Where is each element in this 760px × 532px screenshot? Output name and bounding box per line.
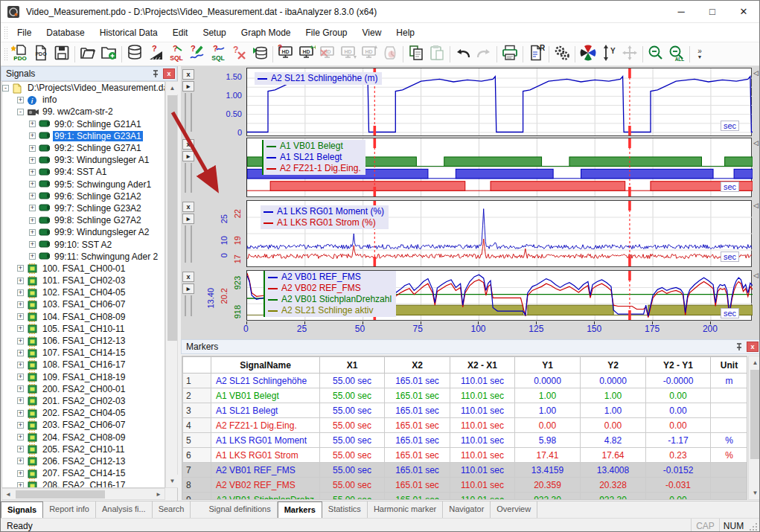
tree-item-label[interactable]: 99:9: Windungsleger A2 [53,227,150,237]
tree-item-204-fsa2-ch08-09[interactable]: +204. FSA2_CH08-09 [2,431,165,443]
tab-statistics[interactable]: Statistics [322,501,368,518]
menu-item-view[interactable]: View [355,25,389,41]
edit-signal-button[interactable]: ? [187,44,208,65]
strip-expand-button[interactable]: ▸ [182,283,194,294]
tree-item-label[interactable]: 99:10: SST A2 [53,240,113,250]
hd-download-button[interactable]: HD [338,44,359,65]
tree-item-206-fsa2-ch12-13[interactable]: +206. FSA2_CH12-13 [2,455,165,467]
marker-row-a1-lks-rg01-strom[interactable]: 6A1 LKS RG01 Strom55.00 sec165.01 sec110… [183,448,748,463]
strip-close-button[interactable]: x [182,272,194,282]
expand-icon[interactable]: + [29,253,36,260]
tab-signal-definitions[interactable]: Signal definitions [202,501,277,518]
minimize-button[interactable]: ─ [665,1,697,22]
tab-overview[interactable]: Overview [491,501,537,518]
expand-icon[interactable]: + [29,181,36,188]
expand-icon[interactable]: + [17,458,24,464]
strip-slider[interactable] [185,93,192,132]
expand-icon[interactable]: + [17,446,24,452]
expand-icon[interactable]: + [29,169,36,176]
column-header-y2[interactable]: Y2 [581,357,646,374]
tree-item-99-4-sst-a1[interactable]: +99:4: SST A1 [2,166,165,178]
tree-item-label[interactable]: 103. FSA1_CH06-07 [41,299,127,310]
tree-item-label[interactable]: 99:3: Windungsleger A1 [53,155,150,165]
tree-item-109-fsa1-ch18-19[interactable]: +109. FSA1_CH18-19 [2,371,165,383]
signal-name[interactable]: A1 LKS RG01 Moment [211,433,320,448]
tree-item-label[interactable]: 99:5: Schwingung Ader1 [53,179,153,190]
sql-query-button[interactable]: ?SQL [166,44,187,65]
tree-item-label[interactable]: 201. FSA2_CH02-03 [41,396,127,406]
print-button[interactable] [499,44,520,65]
tree-item-label[interactable]: 108. FSA1_CH16-17 [41,359,127,370]
strip-slider[interactable] [185,163,192,193]
tree-item-label[interactable]: 101. FSA1_CH02-03 [41,275,127,286]
tab-search[interactable]: Search [153,501,191,518]
signal-name[interactable]: A2 FZ21-1 Dig.Eing. [211,418,320,433]
tree-item-103-fsa1-ch06-07[interactable]: +103. FSA1_CH06-07 [2,298,165,310]
expand-icon[interactable]: + [17,325,24,332]
tab-signals[interactable]: Signals [1,501,43,518]
expand-icon[interactable]: + [29,217,36,224]
tree-item-label[interactable]: 204. FSA2_CH08-09 [41,432,127,443]
tree-item-label[interactable]: D:\Projects\Video_Measurement.da [26,83,165,93]
column-header-unit[interactable]: Unit [711,357,748,374]
expand-icon[interactable]: + [29,157,36,164]
tree-item-label[interactable]: 99:2: Schlinge G27A1 [53,143,143,153]
marker-row-a2-sl21-schlingeh-he[interactable]: 1A2 SL21 Schlingehöhe55.00 sec165.01 sec… [183,374,748,388]
strip-slider[interactable] [185,225,192,263]
expand-icon[interactable]: + [29,121,36,127]
tree-item-label[interactable]: 99:7: Schlinge G23A2 [53,203,143,214]
toolbar-gripper[interactable] [4,48,7,61]
open-file-button[interactable] [77,44,98,65]
pan-button[interactable] [619,44,640,65]
menu-item-graph-mode[interactable]: Graph Mode [234,25,298,41]
hd-query-button[interactable]: HD? [275,44,296,65]
close-icon[interactable]: x [163,68,175,79]
strip-marker-triangle-icon[interactable]: ◁ [753,272,759,279]
tree-item-99-6-schlinge-g21a2[interactable]: +99:6: Schlinge G21A2 [2,190,165,202]
toolbar-overflow-button[interactable]: »▼ [692,44,707,65]
new-pdo-button[interactable]: PDO [10,44,31,65]
db-import-button[interactable] [249,44,270,65]
column-header-x2-x1[interactable]: X2 - X1 [450,357,515,374]
expand-icon[interactable]: + [17,385,24,392]
signal-name[interactable]: A2 VB01 REF_FMS [211,463,320,478]
marker-row-a1-vb01-belegt[interactable]: 2A1 VB01 Belegt55.00 sec165.01 sec110.01… [183,388,748,403]
menu-item-edit[interactable]: Edit [165,25,196,41]
tree-item-label[interactable]: 99:11: Schwingung Ader 2 [53,251,159,262]
tree-item-label[interactable]: 109. FSA1_CH18-19 [41,372,127,382]
tree-item-202-fsa2-ch04-05[interactable]: +202. FSA2_CH04-05 [2,407,165,419]
expression-builder-button[interactable]: ? [145,44,166,65]
sql-signal-button[interactable]: ?SQL [208,44,229,65]
strip-digital-plot[interactable]: A1 VB01 BelegtA1 SL21 BelegtA2 FZ21-1 Di… [246,138,752,197]
expand-icon[interactable]: + [29,145,36,152]
tab-markers[interactable]: Markers [278,501,322,518]
tree-item-info[interactable]: +iinfo [2,94,165,106]
tree-item-label[interactable]: 202. FSA2_CH04-05 [41,408,127,418]
strip-expand-button[interactable]: ▸ [182,151,194,161]
tree-item-107-fsa1-ch14-15[interactable]: +107. FSA1_CH14-15 [2,347,165,359]
maximize-button[interactable]: □ [697,1,728,22]
signal-name[interactable]: A1 VB01 Belegt [211,388,320,403]
add-file-button[interactable] [98,44,119,65]
tree-item-label[interactable]: info [41,94,58,105]
hd-add-button[interactable]: HD++ [296,44,317,65]
zoom-out-button[interactable] [645,44,666,65]
strip-expand-button[interactable]: ▸ [182,81,194,92]
copy-button[interactable] [406,44,427,65]
hd-upload-button[interactable]: HD [359,44,380,65]
signal-name[interactable]: A2 VB01 StichplanDrehz [211,493,320,501]
tab-harmonic-marker[interactable]: Harmonic marker [368,501,443,518]
tree-item-label[interactable]: 99:8: Schlinge G27A2 [53,215,143,225]
close-icon[interactable]: x [747,342,759,352]
tree-item-label[interactable]: 99:6: Schlinge G21A2 [53,191,143,202]
strip-close-button[interactable]: x [182,139,194,150]
tree-item-label[interactable]: 107. FSA1_CH14-15 [41,347,127,358]
tree-item-99-5-schwingung-ader1[interactable]: +99:5: Schwingung Ader1 [2,179,165,190]
tree-item-label[interactable]: 106. FSA1_CH12-13 [41,336,127,346]
menu-item-historical-data[interactable]: Historical Data [92,25,165,41]
collapse-icon[interactable]: - [17,109,24,115]
expand-icon[interactable]: + [17,301,24,308]
column-header-x2[interactable]: X2 [385,357,450,374]
marker-row-a2-vb01-ref-fms[interactable]: 7A2 VB01 REF_FMS55.00 sec165.01 sec110.0… [183,463,748,478]
hd-remove-button[interactable]: HD [317,44,338,65]
